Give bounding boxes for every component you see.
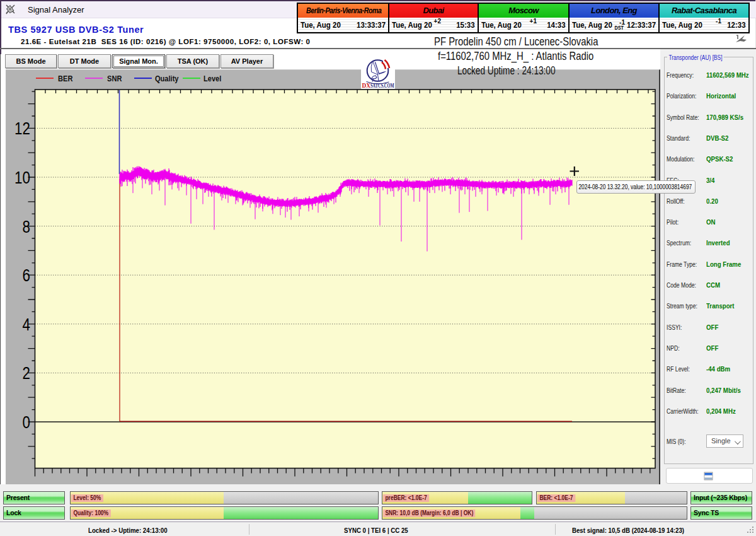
svg-text:SATCS.COM: SATCS.COM [370,82,394,89]
svg-text:DX: DX [362,82,371,89]
